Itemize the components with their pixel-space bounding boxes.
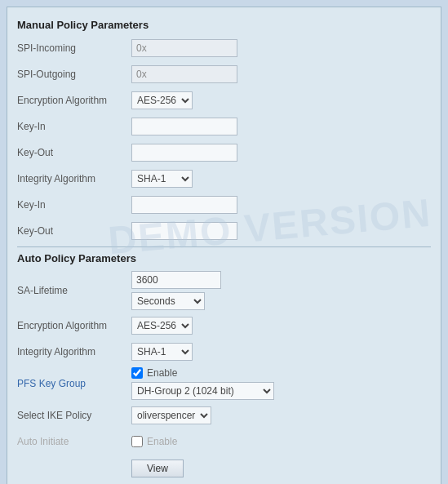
auto-initiate-checkbox[interactable] — [131, 436, 143, 447]
manual-key-out-int-row: Key-Out — [17, 220, 431, 242]
pfs-key-group-row: PFS Key Group Enable DH-Group 2 (1024 bi… — [17, 367, 431, 400]
manual-key-in-int-label: Key-In — [17, 199, 131, 211]
sa-lifetime-unit-select[interactable]: Seconds Minutes Hours — [131, 292, 205, 310]
manual-encryption-label: Encryption Algorithm — [17, 95, 131, 106]
manual-key-out-enc-label: Key-Out — [17, 147, 131, 158]
pfs-key-group-label: PFS Key Group — [17, 378, 131, 389]
manual-key-in-enc-row: Key-In — [17, 116, 431, 137]
auto-integrity-label: Integrity Algorithm — [17, 346, 131, 357]
auto-integrity-select[interactable]: SHA-1 SHA-256 MD5 — [131, 343, 193, 361]
auto-initiate-enable-label: Enable — [147, 436, 177, 447]
auto-section-title: Auto Policy Parameters — [17, 252, 431, 264]
ike-policy-row: Select IKE Policy oliverspencer — [17, 405, 431, 426]
pfs-group-select[interactable]: DH-Group 2 (1024 bit) DH-Group 5 (1536 b… — [131, 382, 274, 400]
manual-integrity-row: Integrity Algorithm SHA-1 SHA-256 MD5 — [17, 168, 431, 189]
auto-encryption-select[interactable]: AES-256 AES-128 3DES DES — [131, 317, 193, 335]
pfs-enable-checkbox[interactable] — [131, 367, 143, 379]
manual-section-title: Manual Policy Parameters — [17, 19, 431, 31]
manual-key-in-int-row: Key-In — [17, 194, 431, 215]
spi-incoming-label: SPI-Incoming — [17, 42, 131, 54]
manual-integrity-label: Integrity Algorithm — [17, 173, 131, 184]
sa-lifetime-label: SA-Lifetime — [17, 285, 131, 296]
auto-integrity-row: Integrity Algorithm SHA-1 SHA-256 MD5 — [17, 341, 431, 362]
spi-outgoing-input[interactable] — [131, 65, 237, 83]
pfs-enable-label: Enable — [147, 367, 177, 379]
ike-policy-select[interactable]: oliverspencer — [131, 406, 211, 424]
auto-encryption-row: Encryption Algorithm AES-256 AES-128 3DE… — [17, 315, 431, 336]
manual-key-in-enc-label: Key-In — [17, 121, 131, 132]
sa-lifetime-input[interactable] — [131, 271, 221, 289]
auto-initiate-label: Auto Initiate — [17, 436, 131, 447]
manual-key-out-enc-row: Key-Out — [17, 142, 431, 163]
spi-incoming-input[interactable] — [131, 39, 237, 57]
manual-key-out-int-input[interactable] — [131, 222, 237, 240]
manual-encryption-select[interactable]: AES-256 AES-128 3DES DES — [131, 91, 193, 109]
ike-policy-label: Select IKE Policy — [17, 410, 131, 421]
manual-key-in-int-input[interactable] — [131, 196, 237, 214]
manual-key-in-enc-input[interactable] — [131, 118, 237, 135]
spi-outgoing-row: SPI-Outgoing — [17, 64, 431, 85]
sa-lifetime-row: SA-Lifetime Seconds Minutes Hours — [17, 271, 431, 310]
auto-encryption-label: Encryption Algorithm — [17, 320, 131, 331]
view-button[interactable]: View — [131, 460, 184, 477]
view-button-row: View — [17, 457, 431, 478]
spi-incoming-row: SPI-Incoming — [17, 38, 431, 59]
spi-outgoing-label: SPI-Outgoing — [17, 69, 131, 80]
manual-key-out-int-label: Key-Out — [17, 225, 131, 237]
auto-initiate-row: Auto Initiate Enable — [17, 431, 431, 452]
manual-integrity-select[interactable]: SHA-1 SHA-256 MD5 — [131, 170, 193, 188]
manual-key-out-enc-input[interactable] — [131, 144, 237, 162]
manual-encryption-row: Encryption Algorithm AES-256 AES-128 3DE… — [17, 90, 431, 111]
